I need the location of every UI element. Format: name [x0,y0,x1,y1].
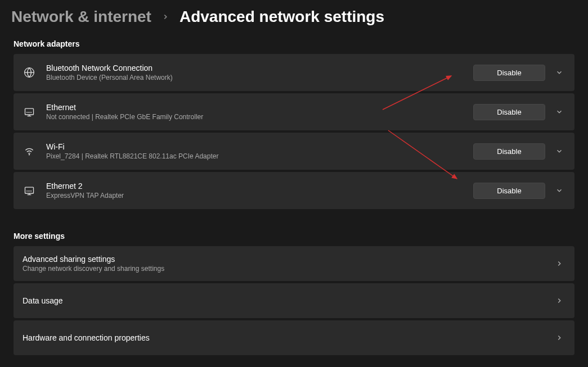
adapter-row-wifi: Wi-Fi Pixel_7284 | Realtek RTL8821CE 802… [14,133,574,170]
wifi-icon [23,144,36,158]
adapter-subtitle: Not connected | Realtek PCIe GbE Family … [46,113,463,121]
chevron-down-icon[interactable] [553,184,565,197]
settings-row-hardware-props[interactable]: Hardware and connection properties [14,320,574,355]
svg-point-9 [29,155,30,155]
breadcrumb: Network & internet Advanced network sett… [0,0,588,36]
chevron-down-icon[interactable] [553,106,565,118]
disable-button[interactable]: Disable [473,65,545,81]
ethernet-icon [23,105,36,119]
disable-button[interactable]: Disable [473,183,545,199]
section-label-more: More settings [0,228,588,246]
page-title: Advanced network settings [179,8,384,26]
disable-button[interactable]: Disable [473,143,545,160]
breadcrumb-parent[interactable]: Network & internet [11,8,151,26]
adapter-title: Bluetooth Network Connection [46,64,463,73]
settings-title: Advanced sharing settings [23,255,543,264]
adapter-subtitle: Pixel_7284 | Realtek RTL8821CE 802.11ac … [46,152,463,160]
adapter-title: Ethernet 2 [46,182,463,191]
disable-button[interactable]: Disable [473,104,545,120]
settings-subtitle: Change network discovery and sharing set… [23,265,543,273]
chevron-right-icon [553,257,565,270]
settings-row-advanced-sharing[interactable]: Advanced sharing settings Change network… [14,246,574,281]
adapter-title: Wi-Fi [46,142,463,151]
adapter-subtitle: ExpressVPN TAP Adapter [46,192,463,200]
chevron-right-icon [553,332,565,344]
chevron-right-icon [161,13,169,21]
adapter-subtitle: Bluetooth Device (Personal Area Network) [46,74,463,81]
svg-rect-10 [25,187,34,193]
settings-title: Data usage [23,296,543,305]
chevron-down-icon[interactable] [553,145,565,157]
adapter-title: Ethernet [46,103,463,112]
settings-row-data-usage[interactable]: Data usage [14,283,574,318]
svg-rect-2 [25,108,34,115]
adapter-row-bluetooth: Bluetooth Network Connection Bluetooth D… [14,54,574,91]
ethernet-icon [23,184,36,197]
section-label-adapters: Network adapters [0,36,588,54]
adapter-row-ethernet: Ethernet Not connected | Realtek PCIe Gb… [14,93,574,130]
globe-icon [23,66,36,79]
adapter-row-ethernet2: Ethernet 2 ExpressVPN TAP Adapter Disabl… [14,172,574,209]
settings-title: Hardware and connection properties [23,333,543,342]
chevron-down-icon[interactable] [553,66,565,79]
chevron-right-icon [553,294,565,307]
